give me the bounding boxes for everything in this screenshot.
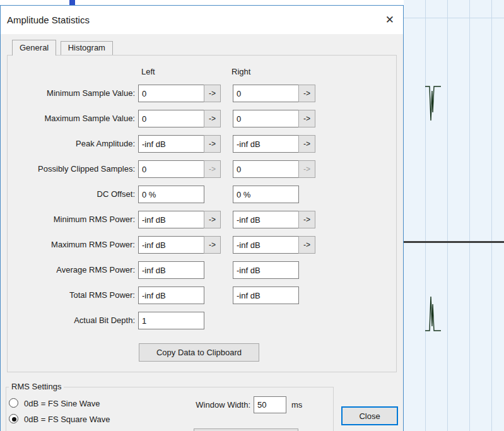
background-blue-accent bbox=[69, 0, 75, 5]
tab-strip: General Histogram bbox=[12, 40, 114, 56]
row-dc-offset: DC Offset: bbox=[8, 186, 396, 203]
amplitude-statistics-dialog: Amplitude Statistics ✕ General Histogram… bbox=[0, 5, 404, 431]
minimum-sample-value-right-arrow-button[interactable]: -> bbox=[298, 85, 315, 102]
minimum-rms-power-left-arrow-button[interactable]: -> bbox=[204, 211, 221, 228]
dc-offset-label: DC Offset: bbox=[8, 186, 135, 203]
row-total-rms-power: Total RMS Power: bbox=[8, 286, 396, 304]
dialog-title: Amplitude Statistics bbox=[7, 6, 90, 34]
peak-amplitude-right-field[interactable] bbox=[233, 135, 299, 153]
column-header-left: Left bbox=[141, 67, 155, 76]
dialog-titlebar[interactable]: Amplitude Statistics ✕ bbox=[1, 6, 403, 34]
screen: Amplitude Statistics ✕ General Histogram… bbox=[0, 0, 504, 431]
recalculate-button-partial[interactable] bbox=[194, 428, 298, 431]
total-rms-power-left-field[interactable] bbox=[138, 286, 204, 304]
window-width-label: Window Width: bbox=[158, 396, 250, 413]
minimum-rms-power-label: Minimum RMS Power: bbox=[8, 211, 135, 228]
dc-offset-left-field[interactable] bbox=[138, 186, 204, 203]
maximum-sample-value-right-field[interactable] bbox=[233, 110, 299, 127]
total-rms-power-right-field[interactable] bbox=[233, 286, 299, 304]
window-width-unit: ms bbox=[291, 396, 302, 413]
maximum-rms-power-label: Maximum RMS Power: bbox=[8, 236, 135, 254]
minimum-sample-value-right-field[interactable] bbox=[233, 85, 299, 102]
rms-settings-title: RMS Settings bbox=[9, 382, 64, 391]
radio-circle-square[interactable] bbox=[9, 414, 18, 423]
possibly-clipped-samples-right-arrow-button: -> bbox=[298, 160, 315, 178]
radio-label-square: 0dB = FS Square Wave bbox=[24, 413, 110, 425]
maximum-sample-value-left-arrow-button[interactable]: -> bbox=[204, 110, 221, 127]
average-rms-power-right-field[interactable] bbox=[233, 261, 299, 279]
track-separator-line bbox=[404, 241, 504, 243]
peak-amplitude-label: Peak Amplitude: bbox=[8, 135, 135, 153]
copy-data-to-clipboard-button[interactable]: Copy Data to Clipboard bbox=[139, 343, 259, 362]
row-peak-amplitude: Peak Amplitude: -> -> bbox=[8, 135, 396, 153]
row-average-rms-power: Average RMS Power: bbox=[8, 261, 396, 279]
minimum-sample-value-left-field[interactable] bbox=[138, 85, 204, 102]
minimum-sample-value-label: Minimum Sample Value: bbox=[8, 85, 135, 102]
waveform-view bbox=[404, 0, 504, 431]
close-button[interactable]: Close bbox=[341, 406, 398, 425]
tab-histogram[interactable]: Histogram bbox=[61, 41, 113, 55]
actual-bit-depth-field[interactable] bbox=[138, 312, 204, 329]
minimum-rms-power-right-arrow-button[interactable]: -> bbox=[298, 211, 315, 228]
window-width-input[interactable] bbox=[254, 396, 286, 413]
row-minimum-sample-value: Minimum Sample Value: -> -> bbox=[8, 85, 396, 102]
waveform-spike-top bbox=[425, 85, 442, 126]
minimum-rms-power-right-field[interactable] bbox=[233, 211, 299, 228]
total-rms-power-label: Total RMS Power: bbox=[8, 286, 135, 304]
average-rms-power-label: Average RMS Power: bbox=[8, 261, 135, 279]
minimum-sample-value-left-arrow-button[interactable]: -> bbox=[204, 85, 221, 102]
row-actual-bit-depth: Actual Bit Depth: bbox=[8, 312, 396, 329]
maximum-sample-value-right-arrow-button[interactable]: -> bbox=[298, 110, 315, 127]
possibly-clipped-samples-left-field[interactable] bbox=[138, 160, 204, 178]
peak-amplitude-right-arrow-button[interactable]: -> bbox=[298, 135, 315, 153]
rms-settings-group: RMS Settings 0dB = FS Sine Wave 0dB = FS… bbox=[6, 387, 334, 431]
tab-general[interactable]: General bbox=[12, 40, 56, 56]
possibly-clipped-samples-right-field[interactable] bbox=[233, 160, 299, 178]
row-possibly-clipped-samples: Possibly Clipped Samples: -> -> bbox=[8, 160, 396, 178]
peak-amplitude-left-field[interactable] bbox=[138, 135, 204, 153]
maximum-sample-value-left-field[interactable] bbox=[138, 110, 204, 127]
possibly-clipped-samples-label: Possibly Clipped Samples: bbox=[8, 160, 135, 178]
minimum-rms-power-left-field[interactable] bbox=[138, 211, 204, 228]
row-maximum-rms-power: Maximum RMS Power: -> -> bbox=[8, 236, 396, 254]
grid-hline bbox=[404, 18, 504, 18]
average-rms-power-left-field[interactable] bbox=[138, 261, 204, 279]
waveform-spike-bottom bbox=[425, 292, 442, 333]
general-tab-page: Left Right Minimum Sample Value: -> -> M… bbox=[7, 55, 397, 372]
maximum-rms-power-left-arrow-button[interactable]: -> bbox=[204, 236, 221, 254]
maximum-rms-power-right-field[interactable] bbox=[233, 236, 299, 254]
maximum-sample-value-label: Maximum Sample Value: bbox=[8, 110, 135, 127]
radio-label-sine: 0dB = FS Sine Wave bbox=[24, 398, 100, 410]
peak-amplitude-left-arrow-button[interactable]: -> bbox=[204, 135, 221, 153]
possibly-clipped-samples-left-arrow-button: -> bbox=[204, 160, 221, 178]
maximum-rms-power-right-arrow-button[interactable]: -> bbox=[298, 236, 315, 254]
actual-bit-depth-label: Actual Bit Depth: bbox=[8, 312, 135, 329]
row-maximum-sample-value: Maximum Sample Value: -> -> bbox=[8, 110, 396, 127]
close-icon[interactable]: ✕ bbox=[385, 6, 394, 34]
dc-offset-right-field[interactable] bbox=[233, 186, 299, 203]
row-minimum-rms-power: Minimum RMS Power: -> -> bbox=[8, 211, 396, 228]
maximum-rms-power-left-field[interactable] bbox=[138, 236, 204, 254]
column-header-right: Right bbox=[231, 67, 250, 76]
radio-circle-sine[interactable] bbox=[9, 398, 18, 408]
radio-dot bbox=[12, 417, 16, 422]
